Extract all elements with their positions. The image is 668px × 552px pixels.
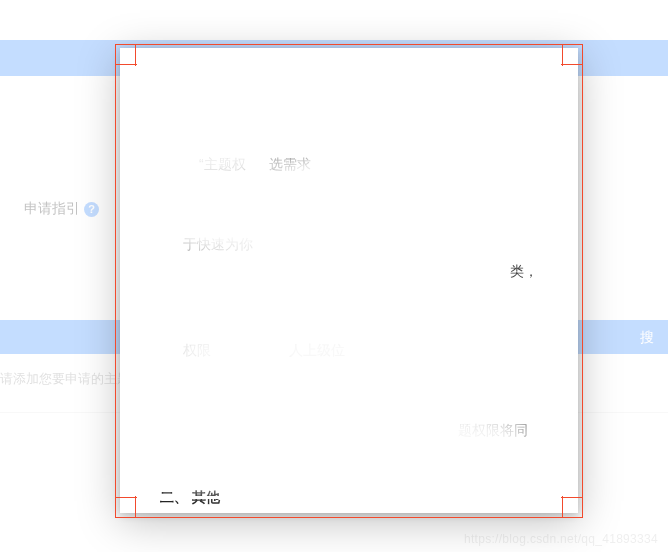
text-fragment: 题权限将同 xyxy=(458,422,528,438)
content-line: “主题权 选需求 xyxy=(160,125,538,205)
text-fragment: 于快速为你 xyxy=(183,236,253,252)
section2-title: 二、 其他 xyxy=(160,484,538,511)
text-fragment: 权限 xyxy=(183,342,211,358)
text-fragment: 选需求 xyxy=(269,156,311,172)
text-fragment: 人上级位 xyxy=(289,342,345,358)
text-fragment: “主题权 xyxy=(199,156,246,172)
guide-popover: “主题权 选需求 于快速为你 类， 权限 人上级位 题权限将同 二、 其他 “预… xyxy=(120,48,578,513)
content-line: 权限 人上级位 xyxy=(160,311,538,391)
guide-content: “主题权 选需求 于快速为你 类， 权限 人上级位 题权限将同 二、 其他 “预… xyxy=(120,48,578,513)
content-line: 于快速为你 类， xyxy=(160,204,538,310)
section1-title xyxy=(160,90,538,117)
content-line: 题权限将同 xyxy=(160,391,538,471)
text-fragment: 类， xyxy=(510,258,538,285)
